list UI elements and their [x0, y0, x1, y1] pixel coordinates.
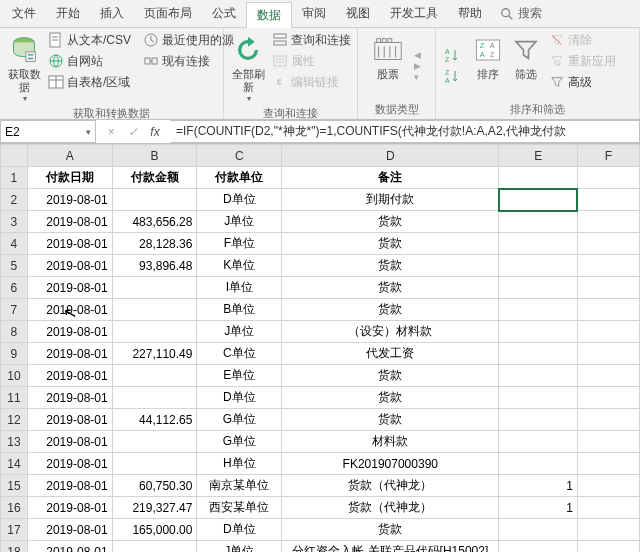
edit-links-button[interactable]: 编辑链接 [268, 72, 355, 92]
col-header-D[interactable]: D [282, 145, 499, 167]
row-header[interactable]: 1 [1, 167, 28, 189]
cell[interactable]: 2019-08-01 [27, 343, 112, 365]
cell[interactable]: 货款（代神龙） [282, 497, 499, 519]
cell[interactable]: 28,128.36 [112, 233, 197, 255]
cell[interactable]: K单位 [197, 255, 282, 277]
cell[interactable] [112, 321, 197, 343]
cell[interactable] [499, 519, 578, 541]
from-web-button[interactable]: 自网站 [44, 51, 135, 71]
cell[interactable]: 2019-08-01 [27, 233, 112, 255]
menu-page-layout[interactable]: 页面布局 [134, 1, 202, 26]
tell-me-search[interactable]: 搜索 [500, 5, 542, 22]
cell[interactable]: 227,110.49 [112, 343, 197, 365]
cell[interactable]: 2019-08-01 [27, 387, 112, 409]
cell[interactable]: F单位 [197, 233, 282, 255]
cell[interactable]: 165,000.00 [112, 519, 197, 541]
clear-filter-button[interactable]: 清除 [545, 30, 620, 50]
cell[interactable]: J单位 [197, 541, 282, 553]
cell[interactable] [577, 519, 639, 541]
cell[interactable]: 到期付款 [282, 189, 499, 211]
queries-connections-button[interactable]: 查询和连接 [268, 30, 355, 50]
row-header[interactable]: 7 [1, 299, 28, 321]
menu-help[interactable]: 帮助 [448, 1, 492, 26]
cell[interactable]: D单位 [197, 387, 282, 409]
cell[interactable]: 2019-08-01 [27, 431, 112, 453]
cell[interactable]: E单位 [197, 365, 282, 387]
menu-home[interactable]: 开始 [46, 1, 90, 26]
cell[interactable] [577, 453, 639, 475]
spreadsheet-grid[interactable]: ABCDEF1付款日期付款金额付款单位备注22019-08-01D单位到期付款3… [0, 144, 640, 552]
cell[interactable] [112, 387, 197, 409]
cell[interactable]: 2019-08-01 [27, 299, 112, 321]
cell[interactable] [112, 453, 197, 475]
cell[interactable]: 西安某单位 [197, 497, 282, 519]
sort-asc-button[interactable]: AZ [440, 45, 467, 65]
cell[interactable] [112, 189, 197, 211]
cell[interactable]: J单位 [197, 211, 282, 233]
cell[interactable]: 2019-08-01 [27, 365, 112, 387]
cell[interactable]: D单位 [197, 189, 282, 211]
menu-review[interactable]: 审阅 [292, 1, 336, 26]
row-header[interactable]: 6 [1, 277, 28, 299]
cell[interactable] [499, 387, 578, 409]
cell[interactable] [112, 431, 197, 453]
cell[interactable] [577, 167, 639, 189]
col-header-F[interactable]: F [577, 145, 639, 167]
menu-formulas[interactable]: 公式 [202, 1, 246, 26]
fx-icon[interactable]: fx [144, 125, 166, 139]
cell[interactable] [499, 453, 578, 475]
cell[interactable]: G单位 [197, 431, 282, 453]
row-header[interactable]: 16 [1, 497, 28, 519]
cell[interactable]: 2019-08-01 [27, 497, 112, 519]
get-data-button[interactable]: 获取数 据 ▾ [4, 30, 44, 105]
cell[interactable] [577, 233, 639, 255]
menu-insert[interactable]: 插入 [90, 1, 134, 26]
cell[interactable] [499, 431, 578, 453]
cell[interactable] [499, 255, 578, 277]
cell[interactable] [499, 167, 578, 189]
row-header[interactable]: 4 [1, 233, 28, 255]
cell[interactable]: 备注 [282, 167, 499, 189]
col-header-A[interactable]: A [27, 145, 112, 167]
chevron-right-icon[interactable]: ▶ [414, 61, 421, 71]
cell[interactable] [577, 541, 639, 553]
cell[interactable] [577, 255, 639, 277]
advanced-filter-button[interactable]: 高级 [545, 72, 620, 92]
cell[interactable]: 2019-08-01 [27, 519, 112, 541]
row-header[interactable]: 3 [1, 211, 28, 233]
cell[interactable]: 货款 [282, 519, 499, 541]
cell[interactable]: 付款日期 [27, 167, 112, 189]
cell[interactable] [499, 365, 578, 387]
cell[interactable]: 2019-08-01 [27, 189, 112, 211]
cell[interactable] [112, 365, 197, 387]
select-all-corner[interactable] [1, 145, 28, 167]
cell[interactable] [499, 189, 578, 211]
cell[interactable]: FK201907000390 [282, 453, 499, 475]
cell[interactable]: 货款 [282, 211, 499, 233]
menu-developer[interactable]: 开发工具 [380, 1, 448, 26]
from-table-button[interactable]: 自表格/区域 [44, 72, 135, 92]
cell[interactable]: 1 [499, 497, 578, 519]
cell[interactable]: 483,656.28 [112, 211, 197, 233]
cell[interactable]: 材料款 [282, 431, 499, 453]
cell[interactable]: I单位 [197, 277, 282, 299]
stocks-button[interactable]: 股票 [362, 30, 414, 101]
cell[interactable] [577, 475, 639, 497]
cell[interactable]: 货款 [282, 299, 499, 321]
cell[interactable]: 2019-08-01 [27, 321, 112, 343]
cell[interactable] [499, 211, 578, 233]
cell[interactable]: B单位 [197, 299, 282, 321]
menu-view[interactable]: 视图 [336, 1, 380, 26]
cell[interactable] [499, 409, 578, 431]
filter-button[interactable]: 筛选 [507, 30, 545, 101]
row-header[interactable]: 12 [1, 409, 28, 431]
properties-button[interactable]: 属性 [268, 51, 355, 71]
row-header[interactable]: 15 [1, 475, 28, 497]
cell[interactable]: H单位 [197, 453, 282, 475]
row-header[interactable]: 9 [1, 343, 28, 365]
row-header[interactable]: 18 [1, 541, 28, 553]
cell[interactable] [499, 277, 578, 299]
row-header[interactable]: 11 [1, 387, 28, 409]
menu-file[interactable]: 文件 [2, 1, 46, 26]
formula-input[interactable]: =IF(COUNTIF(D2,"*神龙*")=1,COUNTIFS(代神龙付款!… [170, 120, 640, 143]
